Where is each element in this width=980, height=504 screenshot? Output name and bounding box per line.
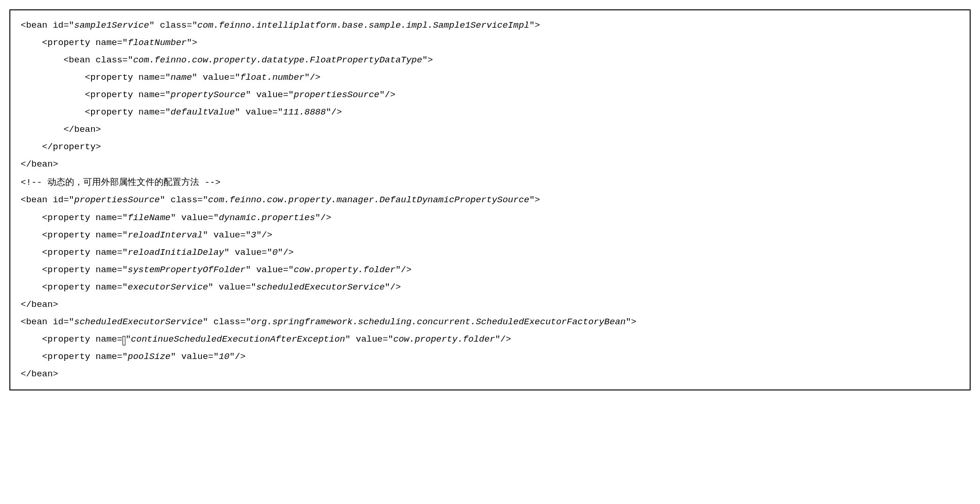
property-name: defaultValue: [170, 107, 235, 117]
text: " value=": [208, 282, 256, 292]
xml-comment: <!-- 动态的，可用外部属性文件的配置方法 -->: [21, 173, 959, 191]
text: " value=": [170, 213, 219, 223]
text: " value=": [170, 351, 219, 362]
bean-class: com.feinno.cow.property.datatype.FloatPr…: [133, 55, 422, 65]
code-line: <property name="reloadInterval" value="3…: [21, 227, 959, 244]
bean-class: com.feinno.intelliplatform.base.sample.i…: [197, 20, 529, 31]
code-line: <property name="fileName" value="dynamic…: [21, 209, 959, 227]
text: </property>: [42, 142, 101, 152]
text: <bean id=": [21, 317, 74, 327]
text: <property name=: [42, 334, 123, 344]
code-line: </bean>: [21, 121, 959, 138]
text: ": [125, 334, 131, 344]
code-line: <property name="propertySource" value="p…: [21, 86, 959, 104]
text: <property name=": [85, 107, 170, 117]
code-line: <bean id="propertiesSource" class="com.f…: [21, 191, 959, 209]
text: ">: [186, 38, 197, 48]
text: <property name=": [42, 38, 128, 48]
text: "/>: [379, 90, 395, 100]
text: " value=": [224, 247, 272, 258]
text: "/>: [495, 334, 511, 344]
code-line: <property name="executorService" value="…: [21, 279, 959, 296]
text: </bean>: [21, 299, 58, 310]
text: " value=": [246, 90, 294, 100]
property-name: poolSize: [128, 351, 170, 362]
text: " class=": [160, 195, 208, 205]
text: <property name=": [42, 247, 128, 258]
text: " value=": [203, 230, 251, 240]
text: " value=": [192, 72, 240, 83]
text: <property name=": [42, 230, 128, 240]
code-line: <property name="defaultValue" value="111…: [21, 104, 959, 121]
text: "/>: [304, 72, 320, 83]
property-value: 10: [219, 351, 230, 362]
text: <bean class=": [63, 55, 133, 65]
text: <property name=": [85, 90, 170, 100]
text: ">: [422, 55, 433, 65]
text: ">: [625, 317, 636, 327]
code-line: <bean class="com.feinno.cow.property.dat…: [21, 52, 959, 69]
property-value: 111.8888: [283, 107, 326, 117]
text: " class=": [149, 20, 198, 31]
bean-class: org.springframework.scheduling.concurren…: [251, 317, 625, 327]
text: <bean id=": [21, 20, 74, 31]
text: </bean>: [63, 124, 101, 135]
bean-id: sample1Service: [74, 20, 149, 31]
text: <property name=": [42, 282, 128, 292]
property-value: float.number: [240, 72, 304, 83]
property-name: reloadInitialDelay: [128, 247, 224, 258]
code-line: <property name="floatNumber">: [21, 34, 959, 52]
code-line: <bean id="scheduledExecutorService" clas…: [21, 313, 959, 331]
text: " class=": [203, 317, 251, 327]
text: "/>: [395, 265, 411, 275]
text: -->: [199, 177, 221, 188]
code-line: <property name="name" value="float.numbe…: [21, 69, 959, 86]
text: "/>: [230, 351, 246, 362]
code-line: <property name="reloadInitialDelay" valu…: [21, 244, 959, 261]
comment-text: 动态的，可用外部属性文件的配置方法: [47, 177, 199, 187]
text: <property name=": [85, 72, 170, 83]
text: " value=": [345, 334, 394, 344]
code-line: </bean>: [21, 366, 959, 383]
property-name: reloadInterval: [128, 230, 203, 240]
text: ">: [529, 195, 540, 205]
property-name: systemPropertyOfFolder: [128, 265, 246, 275]
text: "/>: [385, 282, 401, 292]
bean-id: propertiesSource: [74, 195, 160, 205]
text: " value=": [246, 265, 294, 275]
bean-class: com.feinno.cow.property.manager.DefaultD…: [208, 195, 529, 205]
property-value: dynamic.properties: [219, 213, 315, 223]
property-name: floatNumber: [128, 38, 186, 48]
property-name: fileName: [128, 213, 170, 223]
text: "/>: [256, 230, 272, 240]
property-name: name: [170, 72, 192, 83]
text: <property name=": [42, 213, 128, 223]
text: "/>: [315, 213, 331, 223]
code-line: <property name="poolSize" value="10"/>: [21, 348, 959, 366]
property-name: executorService: [128, 282, 208, 292]
text: <property name=": [42, 265, 128, 275]
text: ">: [529, 20, 540, 31]
text: " value=": [235, 107, 283, 117]
text: <bean id=": [21, 195, 74, 205]
code-line: <property name="continueScheduledExecuti…: [21, 331, 959, 348]
property-value: cow.property.folder: [294, 265, 396, 275]
text: </bean>: [21, 159, 58, 169]
code-line: </property>: [21, 138, 959, 156]
property-value: 3: [251, 230, 256, 240]
bean-id: scheduledExecutorService: [74, 317, 203, 327]
code-block: <bean id="sample1Service" class="com.fei…: [9, 9, 971, 390]
property-value: scheduledExecutorService: [256, 282, 385, 292]
text: <!--: [21, 177, 47, 188]
text: </bean>: [21, 369, 58, 379]
property-value: 0: [272, 247, 278, 258]
code-line: <property name="systemPropertyOfFolder" …: [21, 261, 959, 279]
text: <property name=": [42, 351, 128, 362]
text: "/>: [326, 107, 342, 117]
code-line: <bean id="sample1Service" class="com.fei…: [21, 17, 959, 34]
property-name: propertySource: [170, 90, 246, 100]
property-value: propertiesSource: [294, 90, 379, 100]
code-line: </bean>: [21, 296, 959, 313]
property-value: cow.property.folder: [394, 334, 495, 344]
property-name: continueScheduledExecutionAfterException: [131, 334, 345, 344]
